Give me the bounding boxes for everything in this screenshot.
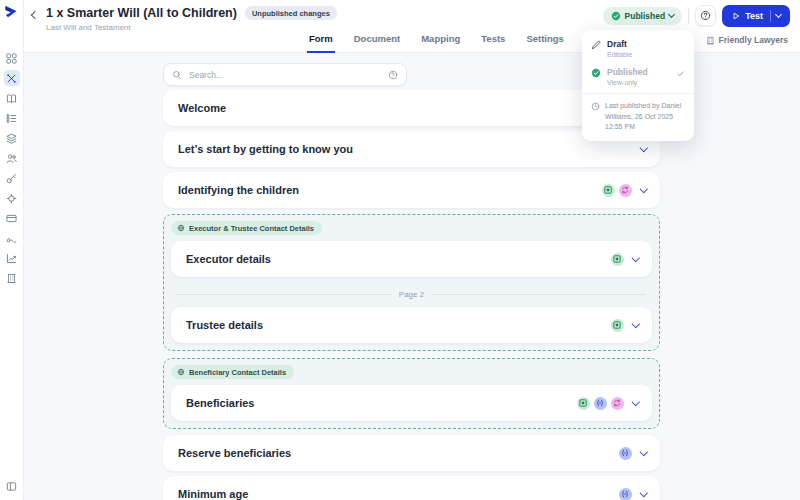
page-divider-label: Page 2 [399, 290, 424, 299]
last-published-text: Last published by Daniel Williams, 26 Oc… [605, 101, 685, 133]
section-title: Minimum age [178, 488, 619, 500]
group-label: Executor & Trustee Contact Details [189, 224, 314, 233]
menu-option-label: Published [607, 67, 648, 77]
search-icon [172, 70, 182, 80]
tab-settings[interactable]: Settings [524, 28, 565, 53]
mapping-badge[interactable] [611, 253, 624, 266]
divider-line [177, 294, 391, 295]
test-button[interactable]: Test [722, 5, 790, 27]
logic-badge[interactable] [619, 447, 632, 460]
clock-icon [591, 101, 600, 133]
status-dropdown-menu: DraftEditablePublishedView-only Last pub… [582, 30, 694, 141]
divider [688, 8, 689, 24]
section-badges [611, 319, 624, 332]
section-card-reserve-beneficiaries[interactable]: Reserve beneficiaries [163, 435, 660, 471]
check-circle-icon [591, 68, 601, 78]
help-icon [700, 10, 711, 21]
chevron-down-icon [775, 11, 782, 18]
status-button[interactable]: Published [603, 7, 683, 25]
status-button-label: Published [625, 11, 666, 21]
chevron-down-icon[interactable] [631, 320, 639, 328]
section-title: Trustee details [186, 319, 611, 331]
tab-tests[interactable]: Tests [479, 28, 507, 53]
menu-divider [582, 93, 694, 94]
contact-group-executor-trustee-contact-details: Executor & Trustee Contact DetailsExecut… [163, 214, 660, 351]
group-label-pill[interactable]: Beneficiary Contact Details [171, 365, 294, 379]
building-icon [706, 36, 715, 45]
tab-document[interactable]: Document [352, 28, 402, 53]
section-list: WelcomeLet’s start by getting to know yo… [163, 90, 660, 500]
chevron-down-icon [668, 11, 675, 18]
automation-icon[interactable] [4, 70, 20, 86]
users-icon[interactable] [4, 150, 20, 166]
panel-collapse-icon[interactable] [0, 481, 22, 492]
chevron-down-icon[interactable] [639, 144, 647, 152]
unpublished-changes-badge: Unpublished changes [245, 6, 337, 20]
section-badges [602, 184, 632, 197]
sidebar [0, 0, 24, 500]
target-icon[interactable] [4, 190, 20, 206]
group-label: Beneficiary Contact Details [189, 368, 286, 377]
back-button[interactable] [31, 11, 39, 19]
header-actions: Published Test [603, 4, 790, 27]
signature-icon[interactable] [4, 230, 20, 246]
group-label-pill[interactable]: Executor & Trustee Contact Details [171, 221, 322, 235]
menu-option-description: View-only [607, 79, 648, 86]
section-badges [577, 397, 624, 410]
search-input[interactable] [187, 69, 383, 81]
section-card-executor-details[interactable]: Executor details [171, 241, 652, 277]
repeat-badge[interactable] [619, 184, 632, 197]
chevron-down-icon[interactable] [639, 185, 647, 193]
page-title: 1 x Smarter Will (All to Children) [46, 6, 237, 20]
menu-option-published[interactable]: PublishedView-only [582, 62, 694, 90]
section-card-trustee-details[interactable]: Trustee details [171, 307, 652, 343]
last-published-note: Last published by Daniel Williams, 26 Oc… [582, 97, 694, 139]
pencil-icon [591, 40, 601, 50]
book-icon[interactable] [4, 90, 20, 106]
tab-form[interactable]: Form [307, 28, 335, 53]
section-badges [611, 253, 624, 266]
workspace-label: Friendly Lawyers [719, 35, 788, 45]
divider-line [432, 294, 646, 295]
section-card-minimum-age[interactable]: Minimum age [163, 476, 660, 500]
play-icon [732, 12, 740, 20]
mapping-badge[interactable] [602, 184, 615, 197]
help-button[interactable] [695, 5, 716, 26]
tab-mapping[interactable]: Mapping [419, 28, 462, 53]
section-title: Executor details [186, 253, 611, 265]
section-card-identifying-the-children[interactable]: Identifying the children [163, 172, 660, 208]
chevron-down-icon[interactable] [631, 254, 639, 262]
checklist-icon[interactable] [4, 110, 20, 126]
section-title: Welcome [178, 102, 646, 114]
menu-option-draft[interactable]: DraftEditable [582, 34, 694, 62]
menu-option-text: DraftEditable [607, 39, 632, 58]
layers-icon[interactable] [4, 130, 20, 146]
chevron-down-icon[interactable] [631, 398, 639, 406]
logic-badge[interactable] [619, 488, 632, 500]
credit-card-icon[interactable] [4, 210, 20, 226]
page-divider: Page 2 [177, 290, 646, 299]
menu-option-description: Editable [607, 51, 632, 58]
section-card-beneficiaries[interactable]: Beneficiaries [171, 385, 652, 421]
workspace-badge[interactable]: Friendly Lawyers [706, 35, 788, 45]
search-bar [163, 63, 407, 86]
sidebar-nav [4, 50, 20, 286]
logic-badge[interactable] [594, 397, 607, 410]
section-title: Reserve beneficiaries [178, 447, 619, 459]
app-window: 1 x Smarter Will (All to Children) Unpub… [0, 0, 800, 500]
key-icon[interactable] [4, 170, 20, 186]
mapping-badge[interactable] [611, 319, 624, 332]
chevron-down-icon[interactable] [639, 448, 647, 456]
menu-option-label: Draft [607, 39, 632, 49]
repeat-badge[interactable] [611, 397, 624, 410]
mapping-badge[interactable] [577, 397, 590, 410]
check-circle-icon [611, 11, 621, 21]
grid-icon[interactable] [4, 50, 20, 66]
building-icon[interactable] [4, 270, 20, 286]
chevron-down-icon[interactable] [639, 489, 647, 497]
chart-icon[interactable] [4, 250, 20, 266]
section-title: Identifying the children [178, 184, 602, 196]
app-logo-icon[interactable] [4, 4, 19, 19]
section-title: Beneficiaries [186, 397, 577, 409]
search-help-icon[interactable] [388, 70, 398, 80]
